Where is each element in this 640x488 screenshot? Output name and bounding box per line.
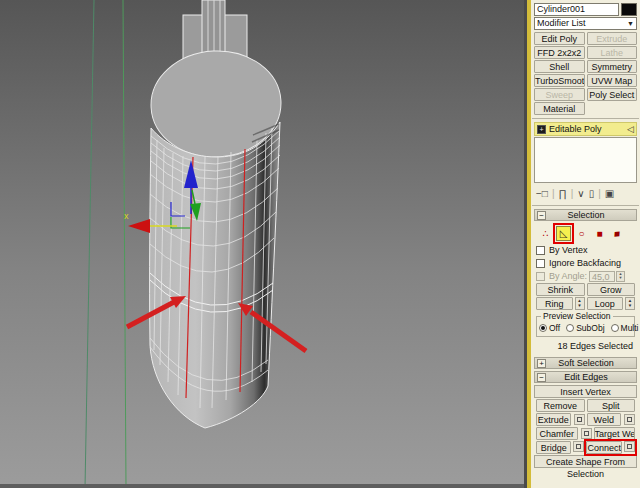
by-vertex-label: By Vertex	[549, 245, 588, 255]
application-window: x Cylinder001 Modifier List ▼	[0, 0, 640, 488]
radio-icon	[566, 324, 574, 332]
preview-off-label: Off	[549, 323, 560, 333]
edit-edges-rollout-header[interactable]: − Edit Edges	[534, 371, 637, 383]
loop-button[interactable]: Loop	[587, 297, 624, 310]
soft-selection-title: Soft Selection	[548, 358, 636, 368]
viewport-bottom-edge	[0, 484, 524, 488]
connect-button[interactable]: Connect	[586, 441, 622, 454]
pin-stack-icon[interactable]: −□	[536, 186, 548, 201]
extrude-button[interactable]: Extrude	[536, 413, 571, 426]
connect-settings-button[interactable]	[624, 441, 635, 452]
expand-icon: +	[537, 359, 546, 368]
chamfer-settings-button[interactable]	[581, 428, 592, 439]
modifier-button-set: Edit Poly Extrude FFD 2x2x2 Lathe Shell …	[534, 32, 637, 115]
command-panel: Cylinder001 Modifier List ▼ Edit Poly Ex…	[524, 0, 640, 488]
vertex-subobject-icon[interactable]: ∴	[538, 226, 553, 241]
modifier-list-label: Modifier List	[537, 18, 586, 29]
object-name-field[interactable]: Cylinder001	[534, 3, 619, 16]
connect-annotation-highlight: Connect	[586, 441, 635, 454]
edit-edges-title: Edit Edges	[548, 372, 636, 382]
divider	[532, 205, 639, 206]
edge-subobject-icon[interactable]: ◺	[556, 226, 571, 241]
divider: |	[571, 188, 574, 199]
modifier-list-dropdown[interactable]: Modifier List ▼	[534, 17, 637, 30]
extrude-modifier-button: Extrude	[587, 32, 638, 45]
uvw-map-button[interactable]: UVW Map	[587, 74, 638, 87]
vertex-ticks-icon: ◁	[627, 124, 634, 134]
weld-button[interactable]: Weld	[587, 413, 622, 426]
modifier-stack-label: Editable Poly	[549, 124, 627, 134]
preview-subobj-label: SubObj	[576, 323, 604, 333]
remove-modifier-icon[interactable]: ▯	[589, 186, 595, 201]
radio-icon	[611, 324, 619, 332]
chamfer-button[interactable]: Chamfer	[536, 427, 578, 440]
selection-rollout-header[interactable]: − Selection	[534, 209, 637, 221]
split-button[interactable]: Split	[587, 399, 636, 412]
poly-select-button[interactable]: Poly Select	[587, 88, 638, 101]
edit-poly-button[interactable]: Edit Poly	[534, 32, 585, 45]
selection-rollout-title: Selection	[548, 210, 636, 220]
show-end-result-icon[interactable]: ∏	[559, 186, 567, 201]
preview-selection-title: Preview Selection	[541, 311, 613, 321]
by-vertex-checkbox-row[interactable]: By Vertex	[536, 244, 635, 256]
perspective-viewport[interactable]: x	[0, 0, 524, 488]
insert-vertex-button[interactable]: Insert Vertex	[534, 385, 637, 398]
loop-spinner[interactable]: ▲▼	[625, 297, 635, 310]
collapse-icon: −	[537, 373, 546, 382]
weld-settings-button[interactable]	[624, 414, 635, 425]
by-angle-label: By Angle:	[549, 271, 587, 281]
bridge-settings-button[interactable]	[573, 441, 584, 452]
extrude-settings-button[interactable]	[574, 414, 585, 425]
modifier-stack-icon: +	[537, 125, 546, 134]
ignore-backfacing-checkbox-row[interactable]: Ignore Backfacing	[536, 257, 635, 269]
target-weld-button[interactable]: Target Weld	[594, 427, 636, 440]
ring-button[interactable]: Ring	[536, 297, 573, 310]
selection-status-text: 18 Edges Selected	[534, 341, 633, 351]
lathe-button: Lathe	[587, 46, 638, 59]
by-angle-row: By Angle: 45,0 ▲▼	[536, 270, 635, 282]
symmetry-button[interactable]: Symmetry	[587, 60, 638, 73]
shell-button[interactable]: Shell	[534, 60, 585, 73]
modifier-stack-entry-editable-poly[interactable]: + Editable Poly ◁	[534, 122, 637, 136]
preview-selection-group: Preview Selection Off SubObj Multi	[536, 316, 635, 337]
by-angle-value-field: 45,0	[589, 271, 615, 282]
sweep-button: Sweep	[534, 88, 585, 101]
radio-selected-icon	[539, 324, 547, 332]
soft-selection-rollout-header[interactable]: + Soft Selection	[534, 357, 637, 369]
remove-button[interactable]: Remove	[536, 399, 585, 412]
by-vertex-checkbox[interactable]	[536, 246, 545, 255]
object-color-swatch[interactable]	[621, 3, 637, 16]
bridge-button[interactable]: Bridge	[536, 441, 571, 454]
polygon-subobject-icon[interactable]: ■	[592, 226, 607, 241]
divider: |	[552, 188, 555, 199]
create-shape-from-selection-button[interactable]: Create Shape From Selection	[534, 455, 637, 468]
configure-modifier-sets-icon[interactable]: ▣	[605, 186, 614, 201]
divider: |	[598, 188, 601, 199]
chevron-down-icon: ▼	[627, 18, 634, 29]
grow-button[interactable]: Grow	[587, 283, 636, 296]
element-subobject-icon[interactable]: ■	[610, 226, 625, 241]
preview-subobj-radio[interactable]: SubObj	[566, 323, 604, 333]
ignore-backfacing-checkbox[interactable]	[536, 259, 545, 268]
ring-spinner[interactable]: ▲▼	[575, 297, 585, 310]
shrink-button[interactable]: Shrink	[536, 283, 585, 296]
make-unique-icon[interactable]: ∨	[577, 186, 584, 201]
modify-panel: Cylinder001 Modifier List ▼ Edit Poly Ex…	[531, 0, 640, 488]
material-button[interactable]: Material	[534, 102, 585, 115]
preview-multi-label: Multi	[621, 323, 639, 333]
modifier-stack-list[interactable]	[534, 137, 637, 183]
preview-off-radio[interactable]: Off	[539, 323, 560, 333]
by-angle-spinner: ▲▼	[616, 271, 625, 282]
preview-multi-radio[interactable]: Multi	[611, 323, 639, 333]
collapse-icon: −	[537, 211, 546, 220]
subobject-level-icons: ∴ ◺ ○ ■ ■	[538, 223, 637, 243]
turbosmooth-button[interactable]: TurboSmooth	[534, 74, 585, 87]
gizmo-x-label: x	[124, 211, 129, 221]
divider	[532, 118, 639, 119]
ignore-backfacing-label: Ignore Backfacing	[549, 258, 621, 268]
modifier-stack-toolbar: −□ | ∏ | ∨ ▯ | ▣	[536, 185, 635, 202]
cube-glyph: ■	[614, 227, 621, 239]
border-subobject-icon[interactable]: ○	[574, 226, 589, 241]
by-angle-checkbox	[536, 272, 545, 281]
ffd-2x2x2-button[interactable]: FFD 2x2x2	[534, 46, 585, 59]
